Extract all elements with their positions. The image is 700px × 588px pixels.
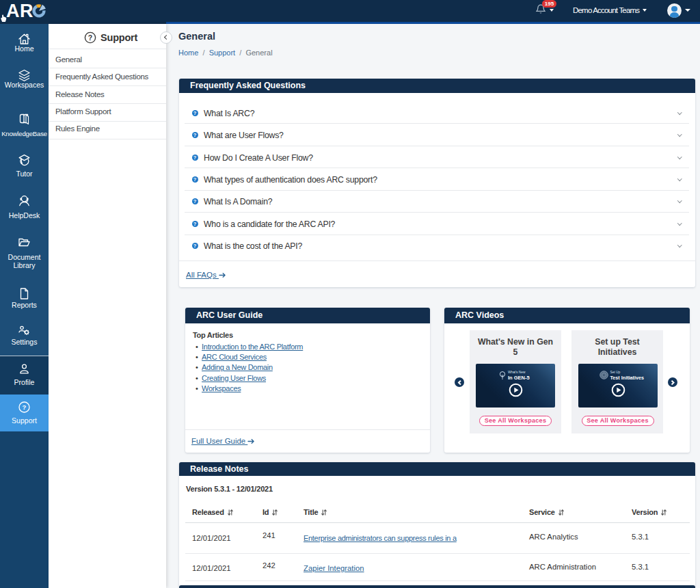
svg-text:?: ?	[23, 403, 27, 411]
svg-text:?: ?	[88, 34, 92, 42]
